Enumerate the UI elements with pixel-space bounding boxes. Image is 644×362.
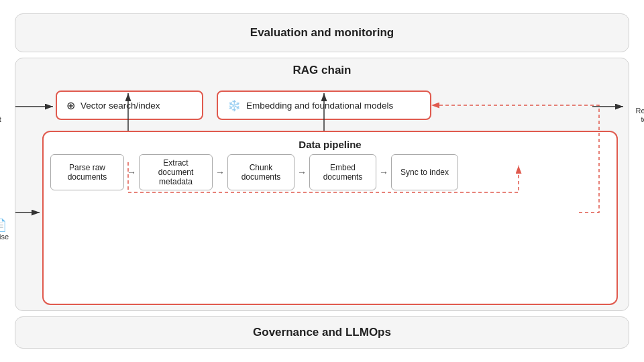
user-request-area: 👥 Userrequest (0, 92, 1, 124)
embedding-icon: ❄️ (227, 99, 241, 112)
arrow-1: → (127, 167, 136, 178)
enterprise-icon: 📋📄 (0, 219, 7, 231)
arrow-4: → (379, 167, 388, 178)
eval-monitoring-box: Evaluation and monitoring (15, 13, 629, 52)
vector-icon: ⊕ (66, 99, 75, 112)
enterprise-label: Enterprisedata (0, 233, 9, 250)
arrow-2: → (215, 167, 225, 178)
step-parse: Parse rawdocuments (50, 154, 124, 190)
step-sync-label: Sync to index (400, 168, 449, 177)
response-area: 👥 Responseto user (635, 92, 644, 124)
embedding-models-box: ❄️ Embedding and foundational models (217, 90, 431, 120)
data-pipeline-label: Data pipeline (50, 139, 610, 150)
step-chunk-label: Chunkdocuments (241, 163, 281, 182)
rag-chain-box: RAG chain 👥 Userrequest 👥 Responseto use… (15, 58, 629, 311)
step-sync: Sync to index (391, 154, 458, 190)
step-embed: Embeddocuments (309, 154, 376, 190)
vector-search-label: Vector search/index (80, 101, 160, 111)
embedding-models-label: Embedding and foundational models (246, 101, 393, 111)
step-extract: Extractdocumentmetadata (139, 154, 213, 190)
user-request-label: Userrequest (0, 107, 1, 124)
enterprise-data-area: 📋📄 Enterprisedata (0, 219, 9, 250)
vector-search-box: ⊕ Vector search/index (56, 90, 203, 120)
step-extract-label: Extractdocumentmetadata (158, 158, 194, 186)
data-pipeline-box: Data pipeline Parse rawdocuments → Extra… (42, 131, 618, 305)
step-chunk: Chunkdocuments (227, 154, 294, 190)
eval-monitoring-label: Evaluation and monitoring (250, 26, 394, 40)
governance-box: Governance and LLMOps (15, 316, 629, 349)
step-parse-label: Parse rawdocuments (68, 163, 107, 182)
governance-label: Governance and LLMOps (253, 326, 391, 339)
arrow-3: → (297, 167, 307, 178)
step-embed-label: Embeddocuments (323, 163, 363, 182)
response-label: Responseto user (635, 107, 644, 124)
rag-chain-label: RAG chain (15, 58, 629, 77)
main-diagram: Evaluation and monitoring RAG chain 👥 Us… (7, 7, 637, 355)
